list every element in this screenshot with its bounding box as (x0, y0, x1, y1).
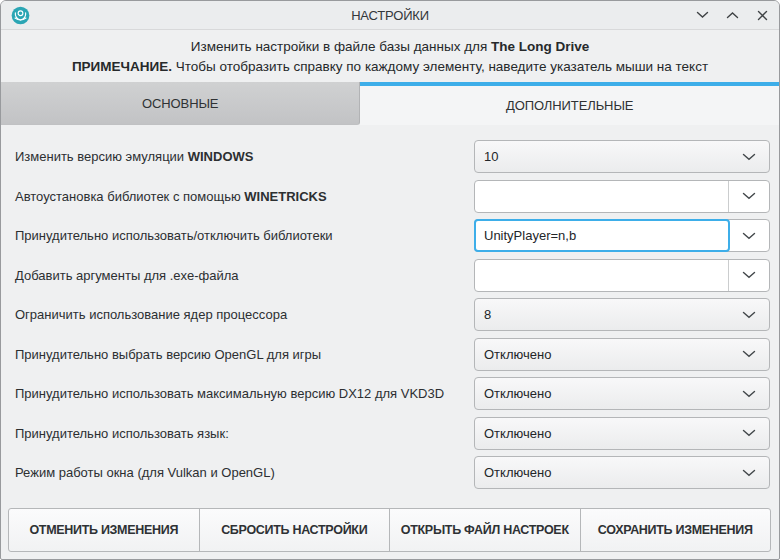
chevron-down-icon (728, 260, 769, 291)
reset-settings-button[interactable]: СБРОСИТЬ НАСТРОЙКИ (199, 508, 391, 552)
close-icon[interactable] (755, 8, 769, 22)
open-settings-file-button[interactable]: ОТКРЫТЬ ФАЙЛ НАСТРОЕК (389, 508, 581, 552)
windows-version-dropdown[interactable]: 10 (474, 140, 770, 173)
force-libraries-label: Принудительно использовать/отключить биб… (15, 228, 474, 243)
winetricks-combobox[interactable] (474, 180, 770, 213)
exe-arguments-label: Добавить аргументы для .exe-файла (15, 268, 474, 283)
chevron-down-icon (729, 418, 769, 449)
window-mode-label: Режим работы окна (для Vulkan и OpenGL) (15, 465, 474, 480)
exe-arguments-combobox[interactable] (474, 259, 770, 292)
dialog-description: Изменить настройки в файле базы данных д… (1, 30, 779, 82)
exe-arguments-input[interactable] (475, 260, 728, 291)
cpu-cores-label: Ограничить использование ядер процессора (15, 307, 474, 322)
cpu-cores-dropdown[interactable]: 8 (474, 298, 770, 331)
opengl-version-dropdown[interactable]: Отключено (474, 338, 770, 371)
settings-window: НАСТРОЙКИ Изменить настройки в файле баз… (0, 0, 780, 560)
cancel-changes-button[interactable]: ОТМЕНИТЬ ИЗМЕНЕНИЯ (8, 508, 200, 552)
force-libraries-input[interactable] (475, 220, 728, 251)
chevron-down-icon (728, 181, 769, 212)
chevron-down-icon (729, 457, 769, 488)
winetricks-label: Автоустановка библиотек с помощью WINETR… (15, 189, 474, 204)
form-row: Изменить версию эмуляции WINDOWS 10 (15, 140, 770, 173)
form-row: Режим работы окна (для Vulkan и OpenGL) … (15, 456, 770, 489)
window-mode-dropdown[interactable]: Отключено (474, 456, 770, 489)
tab-main-label: ОСНОВНЫЕ (142, 96, 218, 111)
force-language-label: Принудительно использовать язык: (15, 426, 474, 441)
chevron-down-icon (729, 141, 769, 172)
maximize-icon[interactable] (725, 8, 739, 22)
advanced-settings-form: Изменить версию эмуляции WINDOWS 10 Авто… (1, 125, 779, 489)
vkd3d-dx12-dropdown[interactable]: Отключено (474, 377, 770, 410)
window-title: НАСТРОЙКИ (1, 8, 779, 23)
form-row: Принудительно использовать максимальную … (15, 377, 770, 410)
cpu-cores-value: 8 (475, 307, 729, 322)
form-row: Добавить аргументы для .exe-файла (15, 259, 770, 292)
window-controls (695, 8, 769, 22)
save-changes-button[interactable]: СОХРАНИТЬ ИЗМЕНЕНИЯ (580, 508, 772, 552)
form-row: Автоустановка библиотек с помощью WINETR… (15, 180, 770, 213)
form-row: Принудительно выбрать версию OpenGL для … (15, 338, 770, 371)
form-row: Принудительно использовать/отключить биб… (15, 219, 770, 252)
description-line1: Изменить настройки в файле базы данных д… (1, 37, 779, 57)
action-buttons: ОТМЕНИТЬ ИЗМЕНЕНИЯ СБРОСИТЬ НАСТРОЙКИ ОТ… (8, 508, 771, 552)
force-language-dropdown[interactable]: Отключено (474, 417, 770, 450)
chevron-down-icon (728, 220, 769, 251)
tab-bar: ОСНОВНЫЕ ДОПОЛНИТЕЛЬНЫЕ (1, 82, 779, 125)
tab-main[interactable]: ОСНОВНЫЕ (1, 82, 360, 125)
force-language-value: Отключено (475, 426, 729, 441)
window-mode-value: Отключено (475, 465, 729, 480)
tab-advanced-label: ДОПОЛНИТЕЛЬНЫЕ (506, 98, 633, 113)
force-libraries-combobox[interactable] (474, 219, 770, 252)
tab-advanced[interactable]: ДОПОЛНИТЕЛЬНЫЕ (360, 82, 779, 125)
description-line2: ПРИМЕЧАНИЕ. Чтобы отобразить справку по … (1, 57, 779, 77)
form-row: Ограничить использование ядер процессора… (15, 298, 770, 331)
form-row: Принудительно использовать язык: Отключе… (15, 417, 770, 450)
windows-version-value: 10 (475, 149, 729, 164)
vkd3d-dx12-value: Отключено (475, 386, 729, 401)
chevron-down-icon (729, 339, 769, 370)
windows-version-label: Изменить версию эмуляции WINDOWS (15, 149, 474, 164)
opengl-version-label: Принудительно выбрать версию OpenGL для … (15, 347, 474, 362)
winetricks-input[interactable] (475, 181, 728, 212)
titlebar: НАСТРОЙКИ (1, 1, 779, 30)
opengl-version-value: Отключено (475, 347, 729, 362)
chevron-down-icon (729, 299, 769, 330)
chevron-down-icon (729, 378, 769, 409)
vkd3d-dx12-label: Принудительно использовать максимальную … (15, 386, 474, 401)
minimize-icon[interactable] (695, 8, 709, 22)
